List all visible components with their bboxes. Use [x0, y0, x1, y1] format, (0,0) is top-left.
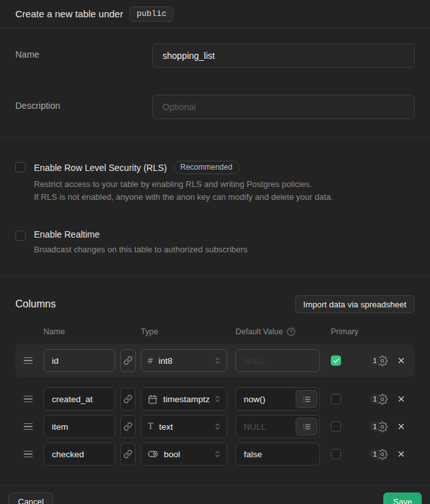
settings-count-badge: 1: [370, 449, 380, 459]
settings-count-badge: 1: [370, 421, 380, 432]
columns-title: Columns: [15, 298, 56, 310]
close-icon: [397, 422, 406, 431]
text-icon: T: [148, 421, 154, 432]
header-default-value: Default Value: [235, 327, 283, 336]
table-name-input[interactable]: [152, 44, 415, 68]
remove-column-button[interactable]: [397, 450, 406, 459]
column-type-value: timestamptz: [163, 394, 214, 404]
column-settings-button[interactable]: 1: [370, 421, 388, 432]
close-icon: [397, 450, 406, 459]
column-type-select[interactable]: T text: [141, 415, 227, 438]
column-settings-button[interactable]: 1: [370, 449, 388, 460]
header-primary: Primary: [331, 327, 358, 336]
primary-checkbox[interactable]: [331, 421, 341, 432]
column-settings-button[interactable]: 1: [370, 394, 388, 405]
default-value-input[interactable]: [235, 443, 320, 466]
chevrons-updown-icon: [214, 357, 221, 364]
primary-checkbox[interactable]: [331, 449, 341, 459]
recommended-badge: Recommended: [173, 161, 239, 174]
column-type-select[interactable]: # int8: [141, 349, 227, 372]
drag-handle-icon[interactable]: [24, 357, 33, 364]
chevrons-updown-icon: [214, 450, 221, 458]
default-value-input[interactable]: [235, 349, 320, 372]
description-label: Description: [15, 95, 152, 119]
header-name: Name: [44, 327, 141, 336]
cancel-button[interactable]: Cancel: [8, 492, 53, 504]
table-description-input[interactable]: [152, 95, 415, 119]
link-icon: [123, 450, 132, 459]
column-name-input[interactable]: [44, 443, 115, 466]
foreign-key-link-button[interactable]: [120, 415, 136, 438]
foreign-key-link-button[interactable]: [120, 349, 136, 372]
toggle-icon: [148, 449, 158, 459]
rls-label: Enable Row Level Security (RLS): [34, 163, 167, 173]
close-icon: [397, 394, 406, 403]
remove-column-button[interactable]: [397, 394, 406, 403]
suggestions-list-button[interactable]: [296, 418, 317, 435]
column-rows: # int8 1 timestamptz: [15, 344, 415, 466]
remove-column-button[interactable]: [397, 422, 406, 431]
create-table-dialog: Create a new table under public Name Des…: [0, 0, 430, 504]
realtime-description: Broadcast changes on this table to autho…: [34, 243, 248, 256]
import-spreadsheet-button[interactable]: Import data via spreadsheet: [295, 295, 415, 313]
remove-column-button[interactable]: [397, 356, 406, 365]
suggestions-list-button[interactable]: [296, 390, 317, 408]
column-type-select[interactable]: bool: [141, 443, 227, 466]
column-grid-headers: Name Type Default Value Primary: [15, 327, 415, 336]
close-icon: [397, 356, 406, 365]
save-button[interactable]: Save: [383, 492, 422, 504]
foreign-key-link-button[interactable]: [120, 387, 136, 411]
column-settings-button[interactable]: 1: [370, 355, 388, 366]
realtime-label: Enable Realtime: [34, 229, 100, 240]
column-name-input[interactable]: [44, 387, 115, 411]
dialog-title: Create a new table under: [15, 8, 123, 19]
realtime-checkbox[interactable]: [15, 231, 26, 241]
rls-checkbox[interactable]: [15, 162, 26, 172]
rls-description-line2: If RLS is not enabled, anyone with the a…: [34, 191, 333, 204]
columns-section: Columns Import data via spreadsheet Name…: [0, 275, 430, 485]
link-icon: [123, 422, 132, 431]
list-icon: [303, 395, 311, 403]
drag-handle-icon[interactable]: [24, 396, 33, 403]
dialog-header: Create a new table under public: [0, 0, 430, 28]
name-label: Name: [15, 44, 152, 68]
calendar-icon: [148, 394, 157, 404]
column-type-value: bool: [164, 450, 214, 459]
chevrons-updown-icon: [214, 423, 221, 430]
link-icon: [123, 356, 132, 365]
help-circle-icon[interactable]: [287, 327, 296, 336]
schema-badge: public: [129, 6, 173, 22]
column-row-id: # int8 1: [15, 344, 415, 377]
settings-count-badge: 1: [370, 394, 380, 404]
rls-description-line1: Restrict access to your table by enablin…: [34, 178, 333, 191]
column-type-select[interactable]: timestamptz: [141, 387, 227, 411]
column-row-created_at: timestamptz 1: [15, 387, 415, 411]
column-row-item: T text 1: [15, 415, 415, 438]
list-icon: [303, 423, 311, 431]
column-type-value: int8: [159, 356, 214, 366]
foreign-key-link-button[interactable]: [120, 443, 136, 466]
drag-handle-icon[interactable]: [24, 451, 33, 458]
column-name-input[interactable]: [44, 415, 115, 438]
primary-checkbox[interactable]: [331, 355, 341, 366]
column-name-input[interactable]: [44, 349, 115, 372]
column-type-value: text: [159, 422, 214, 432]
toggles-section: Enable Row Level Security (RLS) Recommen…: [0, 137, 430, 275]
dialog-footer: Cancel Save: [0, 485, 430, 504]
link-icon: [123, 394, 132, 403]
drag-handle-icon[interactable]: [24, 423, 33, 430]
primary-checkbox[interactable]: [331, 394, 341, 404]
form-section: Name Description: [0, 28, 430, 137]
header-type: Type: [141, 327, 235, 336]
chevrons-updown-icon: [214, 395, 221, 403]
hash-icon: #: [148, 355, 153, 366]
settings-count-badge: 1: [370, 355, 380, 366]
column-row-checked: bool 1: [15, 443, 415, 466]
